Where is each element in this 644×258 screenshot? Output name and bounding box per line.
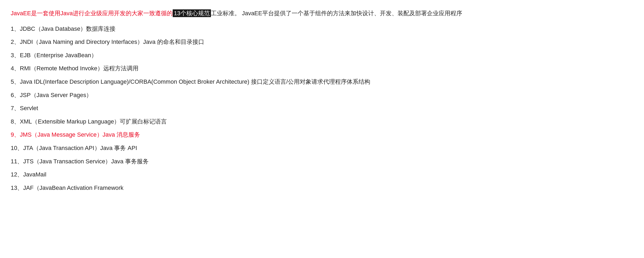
item-number: 4、	[11, 65, 20, 72]
intro-paragraph: JavaEE是一套使用Java进行企业级应用开发的大家一致遵循的13个核心规范工…	[11, 8, 633, 19]
item-label: RMI（Remote Method Invoke）远程方法调用	[20, 65, 138, 72]
item-label: JTS（Java Transaction Service）Java 事务服务	[23, 158, 148, 165]
item-number: 12、	[11, 171, 23, 178]
item-label: JTA（Java Transaction API）Java 事务 API	[23, 145, 137, 151]
list-item: 9、JMS（Java Message Service）Java 消息服务	[11, 129, 633, 140]
list-item: 3、EJB（Enterprise JavaBean）	[11, 50, 633, 61]
highlight-box: 13个核心规范	[173, 9, 211, 17]
item-number: 10、	[11, 145, 23, 151]
list-item: 12、JavaMail	[11, 169, 633, 180]
item-number: 11、	[11, 158, 23, 165]
list-item: 8、XML（Extensible Markup Language）可扩展白标记语…	[11, 116, 633, 127]
list-item: 11、JTS（Java Transaction Service）Java 事务服…	[11, 156, 633, 167]
list-item: 5、Java IDL(Interface Description Languag…	[11, 76, 633, 87]
item-number: 1、	[11, 25, 20, 32]
item-label: Servlet	[20, 105, 38, 111]
item-label: JDBC（Java Database）数据库连接	[20, 25, 115, 32]
item-number: 9、	[11, 131, 20, 138]
list-item: 13、JAF（JavaBean Activation Framework	[11, 183, 633, 193]
item-label: XML（Extensible Markup Language）可扩展白标记语言	[20, 118, 167, 125]
item-label: JAF（JavaBean Activation Framework	[23, 184, 123, 191]
item-number: 5、	[11, 78, 20, 85]
item-label: EJB（Enterprise JavaBean）	[20, 52, 97, 59]
list-item: 4、RMI（Remote Method Invoke）远程方法调用	[11, 63, 633, 74]
item-label: Java IDL(Interface Description Language)…	[20, 78, 370, 85]
list-item: 1、JDBC（Java Database）数据库连接	[11, 24, 633, 34]
item-label: JavaMail	[23, 171, 46, 178]
list-items: 1、JDBC（Java Database）数据库连接2、JNDI（Java Na…	[11, 24, 633, 193]
intro-part2: 工业标准。 JavaEE平台提供了一个基于组件的方法来加快设计、开发、装配及部署…	[211, 10, 462, 17]
item-number: 3、	[11, 52, 20, 59]
item-label: JSP（Java Server Pages）	[20, 92, 92, 98]
item-number: 8、	[11, 118, 20, 125]
list-item: 2、JNDI（Java Naming and Directory Interfa…	[11, 37, 633, 47]
item-number: 7、	[11, 105, 20, 111]
item-label: JMS（Java Message Service）Java 消息服务	[20, 131, 140, 138]
list-item: 7、Servlet	[11, 103, 633, 114]
item-number: 2、	[11, 38, 20, 45]
list-item: 6、JSP（Java Server Pages）	[11, 90, 633, 101]
intro-part1: JavaEE是一套使用Java进行企业级应用开发的大家一致遵循的	[11, 10, 173, 17]
item-number: 13、	[11, 184, 23, 191]
item-label: JNDI（Java Naming and Directory Interface…	[20, 38, 204, 45]
list-item: 10、JTA（Java Transaction API）Java 事务 API	[11, 143, 633, 153]
item-number: 6、	[11, 92, 20, 98]
